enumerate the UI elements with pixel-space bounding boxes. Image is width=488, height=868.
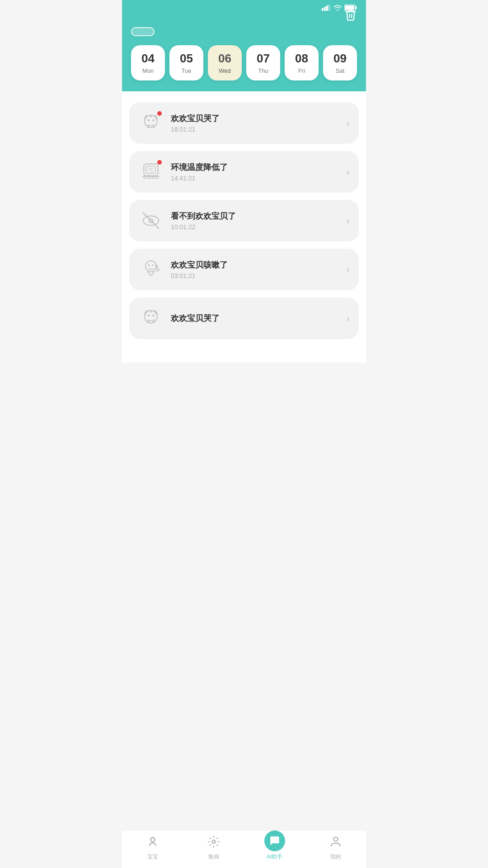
- notif-icon-wrap: [138, 257, 164, 282]
- notif-title: 欢欢宝贝咳嗽了: [171, 259, 339, 270]
- day-name: Sat: [336, 67, 345, 74]
- notif-time: 03:01:21: [171, 272, 339, 279]
- svg-point-20: [148, 315, 150, 316]
- day-number: 07: [257, 52, 270, 66]
- svg-rect-1: [324, 7, 326, 11]
- notif-text: 欢欢宝贝哭了: [171, 313, 339, 324]
- trash-button[interactable]: [344, 9, 357, 24]
- notification-item-5[interactable]: 欢欢宝贝哭了 ›: [129, 297, 359, 339]
- svg-point-16: [145, 261, 156, 272]
- notif-title: 欢欢宝贝哭了: [171, 113, 339, 124]
- unread-dot: [157, 111, 162, 116]
- month-selector-button[interactable]: [131, 27, 155, 36]
- day-number: 04: [141, 52, 155, 66]
- notif-time: 18:01:21: [171, 126, 339, 133]
- chevron-right-icon: ›: [347, 313, 350, 324]
- svg-rect-2: [326, 5, 328, 11]
- notification-item-2[interactable]: °C 环境温度降低了 14:41:21 ›: [129, 151, 359, 193]
- day-name: Mon: [142, 67, 154, 74]
- svg-line-15: [143, 213, 159, 229]
- chevron-right-icon: ›: [347, 167, 350, 177]
- svg-point-9: [152, 119, 154, 121]
- notif-title: 看不到欢欢宝贝了: [171, 211, 339, 222]
- calendar-day-07[interactable]: 07 Thu: [246, 45, 280, 80]
- calendar-day-05[interactable]: 05 Tue: [169, 45, 203, 80]
- chevron-right-icon: ›: [347, 264, 350, 275]
- day-number: 09: [333, 52, 347, 66]
- notif-time: 14:41:21: [171, 175, 339, 182]
- notification-item-4[interactable]: 欢欢宝贝咳嗽了 03:01:21 ›: [129, 249, 359, 290]
- notif-icon-wrap: [138, 110, 164, 136]
- svg-point-18: [152, 264, 154, 266]
- main-content: 欢欢宝贝哭了 18:01:21 › °C 环境温度降低了 14:41:21 ›: [122, 91, 366, 363]
- notif-icon-wrap: [138, 306, 164, 331]
- notif-text: 看不到欢欢宝贝了 10:01:22: [171, 211, 339, 231]
- svg-rect-0: [322, 8, 324, 11]
- svg-point-8: [148, 119, 150, 121]
- notif-text: 欢欢宝贝哭了 18:01:21: [171, 113, 339, 133]
- unread-dot: [157, 160, 162, 165]
- svg-point-17: [148, 264, 150, 266]
- date-selector-section: 04 Mon 05 Tue 06 Wed 07 Thu 08 Fri 09 Sa…: [122, 18, 366, 91]
- day-name: Thu: [258, 67, 268, 74]
- calendar-day-06[interactable]: 06 Wed: [208, 45, 242, 80]
- calendar-day-04[interactable]: 04 Mon: [131, 45, 165, 80]
- svg-text:°C: °C: [148, 168, 154, 173]
- notification-item-3[interactable]: 看不到欢欢宝贝了 10:01:22 ›: [129, 200, 359, 241]
- calendar-day-08[interactable]: 08 Fri: [285, 45, 319, 80]
- app-header: [122, 14, 366, 18]
- day-name: Fri: [298, 67, 305, 74]
- day-name: Wed: [219, 67, 231, 74]
- status-bar: [122, 0, 366, 14]
- signal-icon: [322, 5, 331, 11]
- notif-text: 环境温度降低了 14:41:21: [171, 162, 339, 182]
- notif-icon-wrap: [138, 208, 164, 233]
- svg-point-21: [152, 315, 154, 316]
- wifi-icon: [333, 5, 342, 11]
- day-number: 06: [218, 52, 231, 66]
- notif-title: 欢欢宝贝哭了: [171, 313, 339, 324]
- notif-title: 环境温度降低了: [171, 162, 339, 173]
- notification-item-1[interactable]: 欢欢宝贝哭了 18:01:21 ›: [129, 102, 359, 144]
- svg-rect-3: [328, 5, 330, 11]
- notif-time: 10:01:22: [171, 223, 339, 231]
- chevron-right-icon: ›: [347, 216, 350, 226]
- notif-icon-wrap: °C: [138, 159, 164, 184]
- notif-text: 欢欢宝贝咳嗽了 03:01:21: [171, 259, 339, 279]
- chevron-right-icon: ›: [347, 118, 350, 128]
- day-name: Tue: [182, 67, 192, 74]
- day-number: 05: [180, 52, 193, 66]
- day-number: 08: [295, 52, 308, 66]
- calendar-day-09[interactable]: 09 Sat: [323, 45, 357, 80]
- calendar-row: 04 Mon 05 Tue 06 Wed 07 Thu 08 Fri 09 Sa…: [131, 45, 357, 80]
